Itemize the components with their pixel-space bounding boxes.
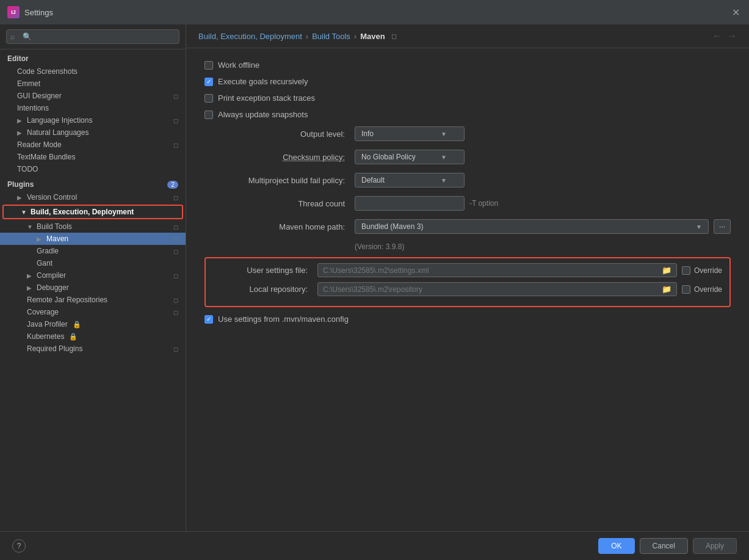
plugins-badge: 2 (167, 181, 178, 189)
sidebar-item-required-plugins[interactable]: Required Plugins ◻ (0, 343, 186, 355)
sidebar-item-remote-jar[interactable]: Remote Jar Repositories ◻ (0, 294, 186, 306)
user-settings-browse-icon[interactable]: 📁 (662, 266, 671, 275)
settings-panel: Work offline Execute goals recursively P… (186, 48, 749, 531)
sidebar-label-compiler: Compiler (37, 271, 66, 280)
plugins-section: Plugins 2 (0, 175, 186, 191)
work-offline-checkbox-label[interactable]: Work offline (204, 60, 259, 70)
sidebar-item-gant[interactable]: Gant (0, 257, 186, 269)
compiler-ext-icon: ◻ (173, 272, 178, 279)
sidebar-label-language-injections: Language Injections (27, 116, 92, 125)
maven-ext-icon: ◻ (173, 236, 178, 242)
sidebar-label-emmet: Emmet (17, 79, 40, 88)
output-level-label: Output level: (204, 129, 345, 139)
use-settings-checkbox-label[interactable]: Use settings from .mvn/maven.config (204, 315, 349, 324)
breadcrumb-sep2: › (354, 32, 356, 41)
editor-section-label: Editor (0, 49, 186, 65)
dialog-body: ⌕ Editor Code Screenshots Emmet GUI Desi… (0, 24, 749, 531)
debugger-expand-icon: ▶ (27, 285, 34, 291)
sidebar-item-build-exec-deploy[interactable]: ▼ Build, Execution, Deployment (4, 206, 182, 218)
sidebar-label-textmate-bundles: TextMate Bundles (17, 153, 75, 161)
sidebar-item-compiler[interactable]: ▶ Compiler ◻ (0, 269, 186, 282)
nav-back-arrow[interactable]: ← (712, 31, 722, 42)
version-control-expand-icon: ▶ (17, 194, 24, 201)
help-icon: ? (17, 542, 21, 550)
sidebar-item-intentions[interactable]: Intentions (0, 102, 186, 114)
sidebar-label-intentions: Intentions (17, 104, 49, 112)
sidebar-item-language-injections[interactable]: ▶ Language Injections ◻ (0, 114, 186, 126)
search-input[interactable] (6, 29, 179, 44)
close-button[interactable]: ✕ (729, 6, 742, 18)
maven-version-text: (Version: 3.9.8) (355, 242, 404, 251)
main-content: Build, Execution, Deployment › Build Too… (186, 24, 749, 531)
local-repo-value: C:\Users\32585\.m2\repository (323, 285, 658, 294)
work-offline-checkbox[interactable] (204, 61, 213, 70)
build-tools-ext-icon: ◻ (173, 224, 178, 230)
output-level-value: Info (361, 129, 374, 138)
sidebar-label-kubernetes: Kubernetes (27, 332, 64, 341)
sidebar-item-kubernetes[interactable]: Kubernetes 🔒 (0, 330, 186, 343)
user-settings-row: User settings file: C:\Users\32585\.m2\s… (213, 263, 722, 277)
maven-expand-icon: ▶ (37, 236, 44, 242)
compiler-expand-icon: ▶ (27, 272, 34, 279)
dialog-title: Settings (24, 8, 729, 17)
maven-home-dropdown[interactable]: Bundled (Maven 3) ▼ (355, 219, 709, 234)
gui-designer-ext-icon: ◻ (173, 93, 178, 100)
local-repo-input-wrap: C:\Users\32585\.m2\repository 📁 (317, 282, 677, 296)
footer-right: OK Cancel Apply (598, 538, 737, 554)
sidebar-item-emmet[interactable]: Emmet (0, 78, 186, 90)
apply-button[interactable]: Apply (693, 538, 737, 554)
use-settings-label: Use settings from .mvn/maven.config (218, 315, 349, 324)
title-bar: IJ Settings ✕ (0, 0, 749, 24)
sidebar-item-todo[interactable]: TODO (0, 163, 186, 175)
sidebar-label-code-screenshots: Code Screenshots (17, 67, 78, 76)
help-button[interactable]: ? (12, 539, 26, 553)
print-exception-checkbox[interactable] (204, 94, 213, 103)
build-tools-expand-icon: ▼ (27, 224, 34, 230)
user-settings-override-wrap: Override (682, 266, 722, 275)
multiproject-row: Multiproject build fail policy: Default … (204, 173, 731, 187)
sidebar-item-version-control[interactable]: ▶ Version Control ◻ (0, 191, 186, 203)
checksum-policy-dropdown[interactable]: No Global Policy ▼ (355, 150, 465, 164)
thread-count-input-wrap: -T option (355, 196, 498, 211)
sidebar-label-remote-jar: Remote Jar Repositories (27, 296, 107, 304)
user-settings-override-checkbox[interactable] (682, 266, 690, 275)
execute-goals-checkbox[interactable] (204, 78, 213, 86)
always-update-row: Always update snapshots (204, 110, 731, 119)
thread-count-row: Thread count -T option (204, 196, 731, 211)
sidebar-item-java-profiler[interactable]: Java Profiler 🔒 (0, 318, 186, 330)
sidebar-item-build-tools-parent[interactable]: ▼ Build Tools ◻ (0, 220, 186, 233)
output-level-dropdown[interactable]: Info ▼ (355, 126, 465, 141)
sidebar-item-gradle[interactable]: Gradle ◻ (0, 245, 186, 257)
thread-count-input[interactable] (355, 196, 465, 211)
nav-forward-arrow[interactable]: → (727, 31, 737, 42)
sidebar-item-debugger[interactable]: ▶ Debugger (0, 282, 186, 294)
sidebar-item-coverage[interactable]: Coverage ◻ (0, 306, 186, 318)
always-update-checkbox-label[interactable]: Always update snapshots (204, 110, 308, 119)
use-settings-checkbox[interactable] (204, 315, 213, 324)
search-icon: ⌕ (10, 32, 15, 41)
sidebar-item-reader-mode[interactable]: Reader Mode ◻ (0, 139, 186, 151)
multiproject-dropdown[interactable]: Default ▼ (355, 173, 465, 187)
sidebar-item-maven[interactable]: ▶ Maven ◻ (0, 233, 186, 245)
maven-home-browse-button[interactable]: ··· (714, 219, 731, 234)
execute-goals-checkbox-label[interactable]: Execute goals recursively (204, 77, 308, 86)
local-repo-browse-icon[interactable]: 📁 (662, 285, 671, 294)
maven-home-value: Bundled (Maven 3) (361, 222, 423, 231)
local-repo-override-checkbox[interactable] (682, 285, 690, 294)
sidebar-label-gant: Gant (37, 259, 52, 267)
checksum-policy-value: No Global Policy (361, 153, 416, 161)
checksum-policy-label: Checksum policy: (204, 153, 345, 162)
ok-button[interactable]: OK (598, 538, 634, 554)
output-level-dropdown-arrow: ▼ (441, 131, 447, 137)
print-exception-checkbox-label[interactable]: Print exception stack traces (204, 93, 315, 103)
sidebar-item-textmate-bundles[interactable]: TextMate Bundles (0, 151, 186, 163)
sidebar-item-natural-languages[interactable]: ▶ Natural Languages (0, 126, 186, 139)
build-exec-deploy-highlight: ▼ Build, Execution, Deployment (2, 205, 183, 219)
checksum-policy-dropdown-arrow: ▼ (441, 154, 447, 161)
always-update-checkbox[interactable] (204, 111, 213, 119)
cancel-button[interactable]: Cancel (640, 538, 688, 554)
sidebar-label-required-plugins: Required Plugins (27, 344, 82, 353)
sidebar-item-code-screenshots[interactable]: Code Screenshots (0, 65, 186, 78)
local-repo-override-wrap: Override (682, 285, 722, 294)
sidebar-item-gui-designer[interactable]: GUI Designer ◻ (0, 90, 186, 102)
